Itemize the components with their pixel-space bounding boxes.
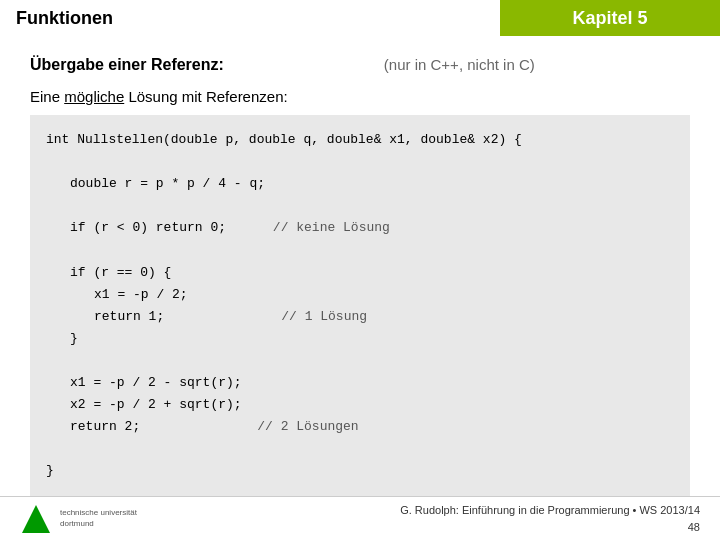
code-line bbox=[46, 438, 674, 460]
code-line bbox=[46, 151, 674, 173]
sub-heading-part2: Lösung mit Referenzen: bbox=[124, 88, 287, 105]
code-line bbox=[46, 195, 674, 217]
tu-logo-icon bbox=[20, 503, 52, 535]
code-line: } bbox=[46, 460, 674, 482]
code-line: int Nullstellen(double p, double q, doub… bbox=[46, 129, 674, 151]
title-row: Übergabe einer Referenz: (nur in C++, ni… bbox=[30, 56, 690, 78]
code-line bbox=[46, 350, 674, 372]
code-line: if (r == 0) { bbox=[46, 262, 674, 284]
sub-heading-underline: mögliche bbox=[64, 88, 124, 105]
subtitle-text: (nur in C++, nicht in C) bbox=[384, 56, 535, 73]
university-name: technische universität bbox=[60, 508, 137, 518]
section-title-text: Funktionen bbox=[16, 8, 113, 29]
code-line: x2 = -p / 2 + sqrt(r); bbox=[46, 394, 674, 416]
code-line: double r = p * p / 4 - q; bbox=[46, 173, 674, 195]
main-content: Übergabe einer Referenz: (nur in C++, ni… bbox=[0, 36, 720, 507]
code-line: x1 = -p / 2 - sqrt(r); bbox=[46, 372, 674, 394]
header: Funktionen Kapitel 5 bbox=[0, 0, 720, 36]
code-line: if (r < 0) return 0; // keine Lösung bbox=[46, 217, 674, 239]
code-block: int Nullstellen(double p, double q, doub… bbox=[30, 115, 690, 497]
header-title-right: Kapitel 5 bbox=[500, 0, 720, 36]
section-heading: Übergabe einer Referenz: bbox=[30, 56, 224, 74]
footer-university-text: technische universität dortmund bbox=[60, 508, 137, 529]
code-line: } bbox=[46, 328, 674, 350]
code-line: x1 = -p / 2; bbox=[46, 284, 674, 306]
code-line: return 1; // 1 Lösung bbox=[46, 306, 674, 328]
sub-heading-part1: Eine bbox=[30, 88, 64, 105]
page-number: 48 bbox=[400, 519, 700, 536]
footer-course-info: G. Rudolph: Einführung in die Programmie… bbox=[400, 502, 700, 535]
subtitle-underline: nicht bbox=[467, 56, 499, 73]
sub-heading: Eine mögliche Lösung mit Referenzen: bbox=[30, 88, 690, 105]
university-city: dortmund bbox=[60, 519, 137, 529]
code-line: return 2; // 2 Lösungen bbox=[46, 416, 674, 438]
code-line bbox=[46, 239, 674, 261]
footer-logo-area: technische universität dortmund bbox=[20, 503, 137, 535]
chapter-title-text: Kapitel 5 bbox=[572, 8, 647, 29]
course-info-text: G. Rudolph: Einführung in die Programmie… bbox=[400, 502, 700, 519]
header-title-left: Funktionen bbox=[0, 0, 500, 36]
section-heading-text: Übergabe einer Referenz: bbox=[30, 56, 224, 73]
footer: technische universität dortmund G. Rudol… bbox=[0, 496, 720, 540]
svg-marker-0 bbox=[22, 505, 50, 533]
